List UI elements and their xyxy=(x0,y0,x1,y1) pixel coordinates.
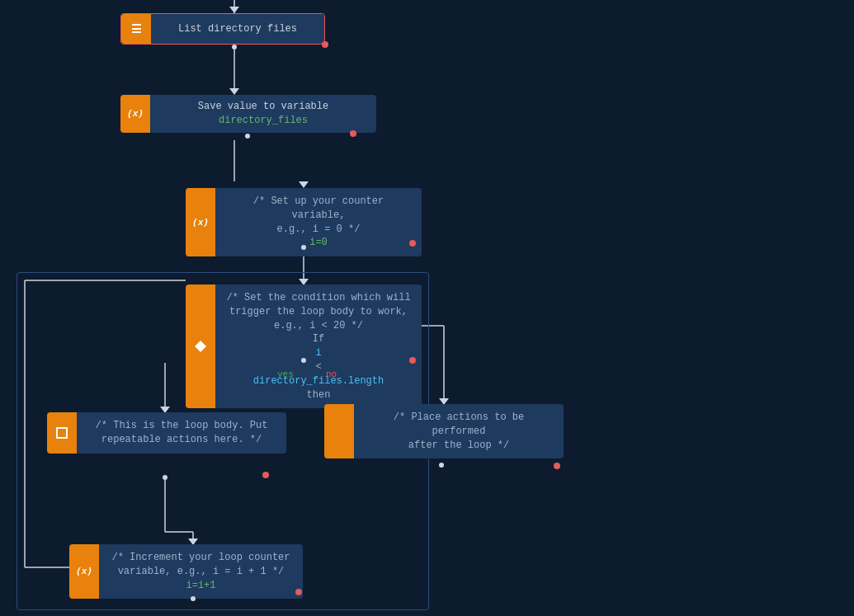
node-save-variable[interactable]: (x) Save value to variable directory_fil… xyxy=(120,95,376,133)
dot-save-bottom xyxy=(245,134,250,139)
save-var-line1: Save value to variable xyxy=(198,100,328,114)
after-loop-comment2: after the loop */ xyxy=(408,439,509,453)
counter-comment: /* Set up your counter variable, xyxy=(225,195,412,223)
save-var-line2: directory_files xyxy=(219,114,308,128)
loop-body-comment2: repeatable actions here. */ xyxy=(101,433,262,447)
dot-cond-bottom-center xyxy=(301,358,306,363)
arrow-save-var xyxy=(229,88,239,95)
counter-example: e.g., i = 0 */ xyxy=(277,223,361,237)
loop-body-icon xyxy=(56,427,68,439)
dot-list-dir-right xyxy=(322,41,328,48)
node-after-loop[interactable]: /* Place actions to be performed after t… xyxy=(324,404,564,458)
dot-after-loop-right xyxy=(554,463,560,469)
dot-list-dir-bottom xyxy=(232,45,237,49)
node-list-directory-label: List directory files xyxy=(178,22,297,36)
list-icon: ☰ xyxy=(131,22,142,36)
counter-icon: (x) xyxy=(192,218,209,228)
cond-comment: /* Set the condition which will xyxy=(226,291,410,305)
dot-cond-right xyxy=(409,357,416,364)
arrow-top xyxy=(229,7,239,13)
dot-counter-right xyxy=(409,240,416,247)
arrow-counter xyxy=(299,181,309,188)
dot-loop-body-right xyxy=(262,472,269,478)
dot-save-right xyxy=(350,130,356,137)
node-condition[interactable]: /* Set the condition which will trigger … xyxy=(186,284,422,408)
node-list-directory[interactable]: ☰ List directory files xyxy=(120,13,325,45)
cond-example: e.g., i < 20 */ xyxy=(274,319,363,333)
dot-after-loop-bottom xyxy=(439,463,444,468)
cond-then: then xyxy=(307,388,331,402)
incr-comment2: variable, e.g., i = i + 1 */ xyxy=(118,565,285,579)
incr-comment: /* Increment your loop counter xyxy=(111,551,290,565)
branch-icon xyxy=(194,340,207,353)
cond-comment2: trigger the loop body to work, xyxy=(229,305,408,319)
dot-incr-bottom xyxy=(191,596,196,601)
after-loop-comment: /* Place actions to be performed xyxy=(364,411,554,439)
variable-icon: (x) xyxy=(127,109,144,119)
dot-incr-right xyxy=(295,589,302,595)
increment-icon: (x) xyxy=(76,567,92,576)
flowchart-canvas: ☰ List directory files (x) Save value to… xyxy=(0,0,854,616)
label-no: no xyxy=(326,369,337,379)
dot-counter-bottom xyxy=(301,245,306,250)
cond-code: If i < directory_files.length xyxy=(253,332,384,388)
loop-body-comment: /* This is the loop body. Put xyxy=(96,419,268,433)
label-yes: yes xyxy=(277,369,294,379)
counter-code: i=0 xyxy=(309,236,328,250)
node-loop-body[interactable]: /* This is the loop body. Put repeatable… xyxy=(47,412,286,454)
incr-code: i=i+1 xyxy=(186,579,215,593)
node-increment[interactable]: (x) /* Increment your loop counter varia… xyxy=(69,544,303,599)
dot-loop-body-bottom xyxy=(163,475,167,480)
